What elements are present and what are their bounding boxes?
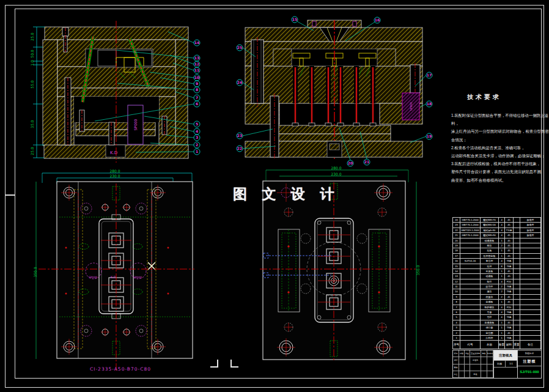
plan-view-left: 280.0 230.0 350.0 bbox=[34, 168, 212, 373]
svg-text:SP000: SP000 bbox=[133, 276, 142, 279]
svg-text:1.0: 1.0 bbox=[30, 60, 34, 66]
svg-text:280.0: 280.0 bbox=[109, 169, 120, 173]
sp000-label: SP000 bbox=[133, 119, 138, 130]
svg-text:21: 21 bbox=[364, 160, 369, 164]
bom-row: 2 定位圈 1 45 bbox=[453, 331, 541, 336]
scale-label: 比例 bbox=[494, 361, 506, 367]
tech-requirement-line: 塑件尺寸符合设计要求，表面光洁无浇注缺陷且不翘 bbox=[451, 168, 549, 176]
svg-text:18: 18 bbox=[427, 102, 432, 106]
bom-row: 7 型腔镶块 4 P20 bbox=[453, 305, 541, 310]
svg-text:23: 23 bbox=[237, 133, 242, 138]
svg-text:5: 5 bbox=[196, 122, 198, 126]
bom-row: 16 SJ/T01-16 复位杆 4 T8A bbox=[453, 259, 541, 264]
svg-text:11: 11 bbox=[194, 68, 199, 72]
mold-base-code: CI-2335-A50-B70-C80 bbox=[90, 366, 151, 372]
bom-row: 8 定模板 1 45 bbox=[453, 300, 541, 305]
svg-text:350.0: 350.0 bbox=[33, 267, 37, 277]
svg-text:230.0: 230.0 bbox=[331, 172, 341, 176]
svg-text:55.0: 55.0 bbox=[30, 80, 34, 89]
tech-requirements-text: 1.装配时保证分型面贴合平整，不得错位移动一侧防止溢料，涂上红丹油与另一分型面对… bbox=[451, 111, 549, 184]
bom-row: 13 动模板 1 45 bbox=[453, 274, 541, 279]
svg-text:24: 24 bbox=[237, 80, 242, 84]
svg-text:4: 4 bbox=[196, 129, 198, 133]
svg-text:350.0: 350.0 bbox=[416, 265, 420, 275]
side-core-component: SP000 bbox=[402, 93, 419, 120]
tech-requirement-line: 1.装配时保证分型面贴合平整，不得错位移动一侧防止溢料， bbox=[451, 111, 549, 127]
svg-text:SP000: SP000 bbox=[89, 276, 97, 279]
svg-text:1: 1 bbox=[196, 149, 198, 153]
drawing-name: 注塑模具 bbox=[494, 350, 517, 361]
bom-row: 10 滑块 2 T8A bbox=[453, 289, 541, 294]
bom-row: 4 定模座板 1 45 bbox=[453, 320, 541, 325]
svg-text:230.0: 230.0 bbox=[109, 174, 120, 178]
bom-row: 23 GB/T70.1-2000 螺钉M6×16 4 45 标准件 bbox=[453, 223, 541, 227]
svg-text:25: 25 bbox=[237, 45, 242, 50]
bom-row: 22 GB/T119.1-2000 销钉φ6×30 4 T10A 标准件 bbox=[453, 228, 541, 233]
svg-text:22: 22 bbox=[237, 146, 242, 150]
dimension-chain: 25.0 50.0 1.0 55.0 35.0 25.0 bbox=[30, 27, 45, 158]
svg-text:15: 15 bbox=[292, 17, 297, 21]
tech-requirement-line: 曲变形、如有不合格修模再试。 bbox=[451, 176, 549, 184]
stage-label: 阶段标记 bbox=[518, 350, 541, 357]
bom-row: 24 GB/T70.1-2000 螺钉M8×70 4 45 标准件 bbox=[453, 218, 541, 223]
frame-centering-mark bbox=[5, 194, 15, 196]
svg-text:8: 8 bbox=[196, 87, 198, 92]
bom-row: 20 动模座板 1 45 bbox=[453, 239, 541, 243]
bom-row: 21 GB/T70.1-2000 螺钉M8×90 4 45 标准件 bbox=[453, 233, 541, 238]
bom-row: 17 推杆固定板 1 45 bbox=[453, 254, 541, 259]
svg-text:16: 16 bbox=[375, 18, 380, 22]
svg-text:20: 20 bbox=[348, 161, 353, 165]
svg-text:7: 7 bbox=[196, 95, 198, 100]
title-block-signature-grid: 标记处数 分区更改文件号 签名年月日 设计 标准化 审核 工艺 批准 bbox=[453, 350, 494, 378]
tech-requirement-line: 2.检查各个活动机构是否灵活、准确可靠， bbox=[451, 144, 549, 152]
section-view-left: SP000 K.D 25.0 50.0 1.0 55.0 35.0 25.0 bbox=[24, 18, 205, 166]
bom-row: 3 浇口套 1 T8A bbox=[453, 325, 541, 330]
bom-row: 18 推板 1 45 bbox=[453, 248, 541, 253]
svg-text:SP000: SP000 bbox=[410, 102, 413, 111]
sp000-insert: SP000 bbox=[128, 105, 143, 144]
bom-row: 15 推杆 8 T8A bbox=[453, 264, 541, 269]
puller-head bbox=[330, 144, 339, 150]
svg-text:2: 2 bbox=[196, 142, 198, 147]
bom-row: 6 导套 4 T8A bbox=[453, 310, 541, 315]
svg-text:10: 10 bbox=[194, 75, 199, 80]
section-view-right: SP000 15 16 17 18 19 25 24 23 2 bbox=[235, 15, 437, 167]
tech-requirement-line: 3.装配后进行试模检验，模具动作不得有干涉现象， bbox=[451, 160, 549, 168]
title-block-name-column: 注塑模具 比例 1:1 bbox=[494, 350, 518, 378]
title-block-doc-column: 阶段标记 注塑模 SJ/T01-000 bbox=[518, 350, 541, 378]
doc-number: SJ/T01-000 bbox=[518, 366, 541, 378]
bom-row: 5 导柱 4 T8A bbox=[453, 315, 541, 320]
svg-text:35.0: 35.0 bbox=[30, 120, 34, 128]
svg-text:9: 9 bbox=[196, 81, 198, 86]
balloon-numbers: 14 13 12 11 10 9 8 7 6 5 4 3 2 1 bbox=[194, 40, 199, 153]
tech-requirement-line: 运动部件配合灵活无卡滞，动作协调，必须保证顺畅； bbox=[451, 152, 549, 160]
svg-text:K.D: K.D bbox=[111, 275, 116, 279]
cad-drawing-canvas: SP000 K.D 25.0 50.0 1.0 55.0 35.0 25.0 bbox=[0, 0, 549, 392]
bom-row: 12 型芯 4 P20 bbox=[453, 279, 541, 284]
tech-requirement-line: 涂上红丹油与另一分型面对研后对称吻合，检查分型面密合情况； bbox=[451, 127, 549, 143]
svg-text:50.0: 50.0 bbox=[30, 50, 34, 58]
svg-text:25.0: 25.0 bbox=[30, 32, 34, 41]
svg-text:280.0: 280.0 bbox=[331, 166, 341, 170]
svg-text:6: 6 bbox=[196, 102, 198, 106]
svg-text:14: 14 bbox=[194, 40, 199, 45]
bom-row: 19 垫块 2 45 bbox=[453, 243, 541, 248]
bom-table: 24 GB/T70.1-2000 螺钉M8×70 4 45 标准件 23 GB/… bbox=[452, 217, 541, 341]
mold-type-label: 注塑模 bbox=[518, 357, 541, 366]
bom-row: 9 楔紧块 2 45 bbox=[453, 295, 541, 300]
svg-text:19: 19 bbox=[427, 134, 432, 138]
scale-value: 1:1 bbox=[506, 361, 517, 367]
svg-text:17: 17 bbox=[427, 73, 432, 77]
svg-text:25.0: 25.0 bbox=[30, 147, 34, 155]
bom-header: 序号 代号 名称 数量 材料 重量 备注 bbox=[452, 341, 541, 349]
svg-text:3: 3 bbox=[196, 135, 198, 139]
svg-text:12: 12 bbox=[194, 62, 199, 66]
bom-row: 14 支承板 1 45 bbox=[453, 269, 541, 274]
bom-row: 11 斜导柱 2 T8A bbox=[453, 284, 541, 289]
watermark-text: 图 文 设 计 bbox=[233, 185, 339, 204]
svg-text:13: 13 bbox=[194, 56, 199, 60]
trim-corner-mark-left bbox=[210, 360, 218, 368]
tech-requirements-title: 技术要求 bbox=[467, 93, 501, 102]
trim-corner-mark-right bbox=[230, 360, 238, 368]
title-block: 标记处数 分区更改文件号 签名年月日 设计 标准化 审核 工艺 批准 注塑模具 … bbox=[452, 350, 542, 379]
